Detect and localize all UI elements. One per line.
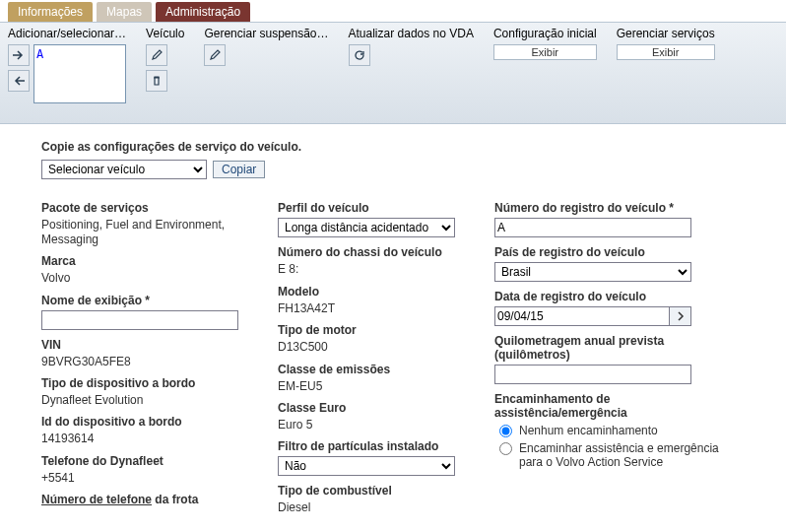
- motor-value: D13C500: [278, 340, 485, 354]
- telefone-dynafleet-label: Telefone do Dynafleet: [41, 454, 268, 468]
- vin-value: 9BVRG30A5FE8: [41, 355, 268, 368]
- tab-administracao[interactable]: Administração: [156, 2, 250, 22]
- toolbar-config-inicial: Configuração inicial Exibir: [493, 27, 597, 60]
- toolbar-config-inicial-title: Configuração inicial: [493, 27, 597, 40]
- select-vehicle-dropdown[interactable]: Selecionar veículo: [41, 160, 207, 179]
- column-3: Número do registro do veículo * País de …: [494, 193, 721, 514]
- radio-volvo-action-label: Encaminhar assistência e emergência para…: [519, 441, 721, 469]
- telefone-frota-label-rest: da frota: [152, 493, 198, 506]
- arrow-right-icon[interactable]: [8, 44, 30, 66]
- arrow-left-icon[interactable]: [8, 70, 30, 92]
- toolbar-add-select: Adicionar/selecionar… A: [8, 27, 126, 103]
- euro-value: Euro 5: [278, 418, 485, 432]
- refresh-icon[interactable]: [349, 44, 370, 66]
- main-content: Copie as configurações de serviço do veí…: [0, 124, 709, 515]
- data-reg-label: Data de registro do veículo: [494, 290, 721, 303]
- combustivel-label: Tipo de combustível: [278, 484, 485, 498]
- add-select-textarea[interactable]: A: [33, 44, 126, 103]
- euro-label: Classe Euro: [278, 401, 485, 415]
- id-dispositivo-label: Id do dispositivo a bordo: [41, 415, 268, 429]
- radio-volvo-action[interactable]: [499, 442, 512, 455]
- emissoes-label: Classe de emissões: [278, 363, 485, 376]
- perfil-select[interactable]: Longa distância acidentado: [278, 218, 455, 237]
- calendar-icon[interactable]: [670, 306, 691, 326]
- reg-num-label: Número do registro do veículo *: [494, 201, 721, 215]
- toolbar-atualizar-vda-title: Atualizar dados no VDA: [349, 27, 474, 40]
- exibir-config-button[interactable]: Exibir: [493, 44, 597, 60]
- tab-informacoes[interactable]: Informações: [8, 2, 93, 22]
- copiar-button[interactable]: Copiar: [213, 161, 265, 178]
- copy-settings-block: Copie as configurações de serviço do veí…: [41, 140, 337, 179]
- column-2: Perfil do veículo Longa distância aciden…: [278, 193, 485, 514]
- edit-suspensao-icon[interactable]: [204, 44, 226, 66]
- chassi-label: Número do chassi do veículo: [278, 245, 485, 259]
- toolbar-veiculo-title: Veículo: [146, 27, 184, 40]
- toolbar-add-select-title: Adicionar/selecionar…: [8, 27, 126, 40]
- tab-mapas[interactable]: Mapas: [97, 2, 152, 22]
- toolbar-gerenciar-suspensao: Gerenciar suspensão…: [204, 27, 328, 66]
- radio-nenhum-label: Nenhum encaminhamento: [519, 424, 658, 437]
- nome-exibicao-input[interactable]: [41, 310, 238, 330]
- tipo-dispositivo-label: Tipo de dispositivo a bordo: [41, 376, 268, 390]
- marca-label: Marca: [41, 254, 268, 268]
- nome-exibicao-label: Nome de exibição *: [41, 294, 268, 307]
- pacote-value: Positioning, Fuel and Environment, Messa…: [41, 218, 268, 246]
- km-input[interactable]: [494, 365, 691, 384]
- perfil-label: Perfil do veículo: [278, 201, 485, 215]
- encam-label: Encaminhamento de assistência/emergência: [494, 392, 721, 420]
- marca-value: Volvo: [41, 271, 268, 285]
- trash-icon[interactable]: [146, 70, 167, 92]
- pais-label: País de registro do veículo: [494, 245, 721, 259]
- pacote-label: Pacote de serviços: [41, 201, 268, 215]
- tipo-dispositivo-value: Dynafleet Evolution: [41, 393, 268, 407]
- exibir-servicos-button[interactable]: Exibir: [617, 44, 715, 60]
- radio-nenhum[interactable]: [499, 425, 512, 437]
- data-reg-input[interactable]: [494, 306, 670, 326]
- telefone-frota-label-underline: Número de telefone: [41, 493, 152, 506]
- toolbar-gerenciar-servicos: Gerenciar serviços Exibir: [617, 27, 715, 60]
- toolbar: Adicionar/selecionar… A Veículo Ge: [0, 22, 786, 124]
- chassi-value: E 8:: [278, 262, 485, 276]
- id-dispositivo-value: 14193614: [41, 432, 268, 445]
- copy-settings-label: Copie as configurações de serviço do veí…: [41, 140, 337, 154]
- emissoes-value: EM-EU5: [278, 379, 485, 393]
- edit-icon[interactable]: [146, 44, 167, 66]
- pais-select[interactable]: Brasil: [494, 262, 691, 282]
- telefone-frota-label: Número de telefone da frota: [41, 493, 268, 506]
- vin-label: VIN: [41, 338, 268, 352]
- motor-label: Tipo de motor: [278, 323, 485, 337]
- toolbar-gerenciar-suspensao-title: Gerenciar suspensão…: [204, 27, 328, 40]
- column-1: Pacote de serviços Positioning, Fuel and…: [41, 193, 268, 514]
- toolbar-gerenciar-servicos-title: Gerenciar serviços: [617, 27, 715, 40]
- reg-num-input[interactable]: [494, 218, 691, 237]
- filtro-select[interactable]: Não: [278, 456, 455, 476]
- modelo-value: FH13A42T: [278, 301, 485, 315]
- modelo-label: Modelo: [278, 285, 485, 299]
- combustivel-value: Diesel: [278, 500, 485, 514]
- tabs-bar: Informações Mapas Administração: [0, 2, 786, 22]
- telefone-dynafleet-value: +5541: [41, 471, 268, 485]
- toolbar-atualizar-vda: Atualizar dados no VDA: [349, 27, 474, 66]
- km-label: Quilometragem anual prevista (quilômetro…: [494, 334, 721, 362]
- toolbar-veiculo: Veículo: [146, 27, 184, 92]
- filtro-label: Filtro de partículas instalado: [278, 439, 485, 453]
